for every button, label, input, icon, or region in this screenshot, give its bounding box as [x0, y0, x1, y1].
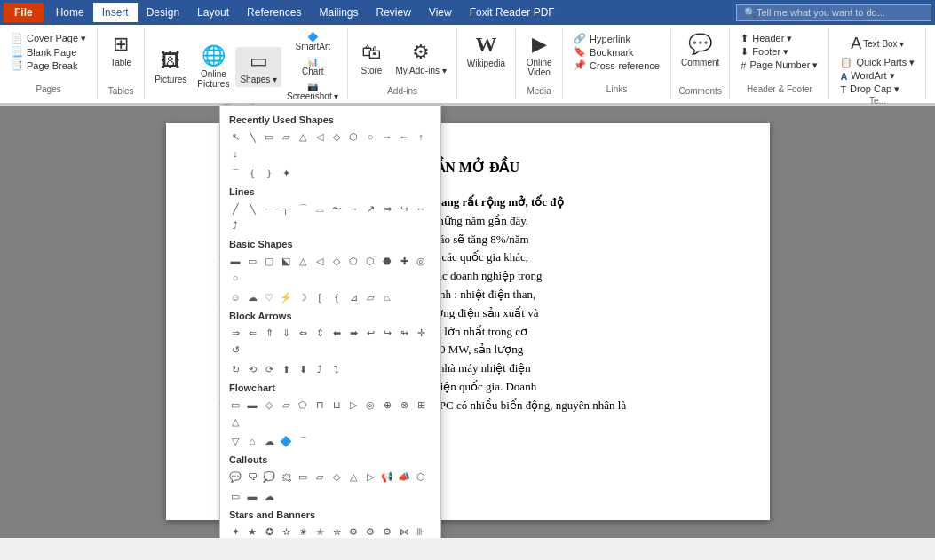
ba-ul[interactable]: ⬅: [329, 325, 345, 341]
fc-9[interactable]: ◎: [362, 397, 378, 413]
star-5[interactable]: ★: [244, 524, 260, 538]
table-btn[interactable]: ⊞ Table: [103, 30, 139, 70]
ba-left[interactable]: ⇐: [244, 325, 260, 341]
line-elbow[interactable]: ┐: [278, 201, 294, 217]
chart-btn[interactable]: 📊 Chart: [283, 55, 342, 78]
star-8[interactable]: ✬: [295, 524, 311, 538]
ba2-5[interactable]: ⬇: [295, 361, 311, 377]
fc-7[interactable]: ⊔: [329, 397, 345, 413]
ba2-7[interactable]: ⤵: [329, 361, 345, 377]
shape-line[interactable]: ╲: [244, 129, 260, 145]
shape-diamond[interactable]: ◇: [329, 129, 345, 145]
page-number-btn[interactable]: # Page Number ▾: [737, 59, 821, 72]
menu-layout[interactable]: Layout: [188, 3, 238, 22]
shape-arrow-u[interactable]: ↑: [413, 129, 429, 145]
co2-1[interactable]: ▭: [227, 488, 243, 504]
ba-circ[interactable]: ↺: [227, 342, 243, 358]
co-7[interactable]: ◇: [329, 469, 345, 485]
comment-btn[interactable]: 💬 Comment: [677, 30, 724, 70]
bs-rect2[interactable]: ▭: [244, 253, 260, 269]
ba2-2[interactable]: ⟲: [244, 361, 260, 377]
bs-triangle[interactable]: △: [295, 253, 311, 269]
bs-cloud[interactable]: ☁: [244, 289, 260, 305]
bs-oct[interactable]: ⬣: [379, 253, 395, 269]
star-7[interactable]: ✫: [278, 524, 294, 538]
line-freeform[interactable]: 〜: [329, 201, 345, 217]
co2-2[interactable]: ▬: [244, 488, 260, 504]
fc-13[interactable]: △: [227, 414, 243, 430]
shape-hex[interactable]: ⬡: [345, 129, 361, 145]
bs-para[interactable]: ▱: [362, 289, 378, 305]
menu-home[interactable]: Home: [47, 3, 93, 22]
bs-rtriangle[interactable]: ◁: [312, 253, 328, 269]
line-back[interactable]: ╲: [244, 201, 260, 217]
line-arrow1[interactable]: →: [345, 201, 361, 217]
ba-lr[interactable]: ⇔: [295, 325, 311, 341]
shape-parallelogram[interactable]: ▱: [278, 129, 294, 145]
star-6[interactable]: ✪: [261, 524, 277, 538]
ba-stripes[interactable]: ↬: [396, 325, 412, 341]
bs-face[interactable]: ☺: [227, 289, 243, 305]
ba-down[interactable]: ⇓: [278, 325, 294, 341]
line-connector[interactable]: ⤴: [227, 217, 243, 233]
bs-hex[interactable]: ⬡: [362, 253, 378, 269]
co-5[interactable]: ▭: [295, 469, 311, 485]
bs-rect[interactable]: ▬: [227, 253, 243, 269]
co-10[interactable]: 📢: [379, 469, 395, 485]
cross-reference-btn[interactable]: 📌 Cross-reference: [570, 59, 663, 72]
line-arrow2[interactable]: ↗: [362, 201, 378, 217]
bs-cross[interactable]: ✚: [396, 253, 412, 269]
shape-rect[interactable]: ▭: [261, 129, 277, 145]
co-6[interactable]: ▱: [312, 469, 328, 485]
shape-circle[interactable]: ○: [362, 129, 378, 145]
bs-diamond[interactable]: ◇: [329, 253, 345, 269]
online-video-btn[interactable]: ▶ OnlineVideo: [521, 30, 557, 80]
fc-2[interactable]: ▬: [244, 397, 260, 413]
co-9[interactable]: ▷: [362, 469, 378, 485]
menu-foxit[interactable]: Foxit Reader PDF: [461, 3, 564, 22]
co-2[interactable]: 🗨: [244, 469, 260, 485]
ba-bent[interactable]: ↩: [362, 325, 378, 341]
file-menu[interactable]: File: [4, 3, 44, 22]
quick-parts-btn[interactable]: 📋 Quick Parts ▾: [836, 56, 918, 69]
line-dbl-arrow[interactable]: ↔: [413, 201, 429, 217]
smartart-btn[interactable]: 🔷 SmartArt: [283, 30, 342, 53]
screenshot-btn[interactable]: 📷 Screenshot ▾: [283, 80, 342, 103]
co-4[interactable]: 🗯: [278, 469, 294, 485]
shape-triangle[interactable]: △: [295, 129, 311, 145]
hyperlink-btn[interactable]: 🔗 Hyperlink: [570, 32, 663, 45]
bs-circle[interactable]: ○: [227, 270, 243, 286]
bs-bracket[interactable]: [: [312, 289, 328, 305]
footer-btn[interactable]: ⬇ Footer ▾: [737, 45, 821, 59]
bs-rounded[interactable]: ▢: [261, 253, 277, 269]
blank-page-btn[interactable]: 📃 Blank Page: [7, 45, 90, 59]
header-btn[interactable]: ⬆ Header ▾: [737, 32, 821, 45]
ba-ud[interactable]: ⇕: [312, 325, 328, 341]
co-3[interactable]: 💭: [261, 469, 277, 485]
star-12[interactable]: ✮: [329, 524, 345, 538]
ba-right[interactable]: ⇒: [227, 325, 243, 341]
pictures-btn[interactable]: 🖼 Pictures: [150, 47, 191, 87]
ba-ur[interactable]: ➡: [345, 325, 361, 341]
cover-page-btn[interactable]: 📄 Cover Page ▾: [7, 32, 90, 45]
co2-3[interactable]: ☁: [261, 488, 277, 504]
page-break-btn[interactable]: 📑 Page Break: [7, 59, 90, 72]
menu-references[interactable]: References: [238, 3, 310, 22]
fc-8[interactable]: ▷: [345, 397, 361, 413]
menu-view[interactable]: View: [420, 3, 461, 22]
fc2-4[interactable]: 🔷: [278, 433, 294, 449]
fc2-5[interactable]: ⌒: [295, 433, 311, 449]
bs-heart[interactable]: ♡: [261, 289, 277, 305]
shapes-btn[interactable]: ▭ Shapes ▾: [235, 47, 281, 87]
shape-cursor[interactable]: ↖: [227, 129, 243, 145]
shape-arrow-d[interactable]: ↓: [227, 146, 243, 162]
ba2-4[interactable]: ⬆: [278, 361, 294, 377]
ba2-1[interactable]: ↻: [227, 361, 243, 377]
bs-trapez[interactable]: ⏢: [379, 289, 395, 305]
co-8[interactable]: △: [345, 469, 361, 485]
shape-arrow-l[interactable]: ←: [396, 129, 412, 145]
menu-design[interactable]: Design: [138, 3, 188, 22]
line-curve2[interactable]: ⌓: [312, 201, 328, 217]
fc2-3[interactable]: ☁: [261, 433, 277, 449]
line-straight[interactable]: ╱: [227, 201, 243, 217]
